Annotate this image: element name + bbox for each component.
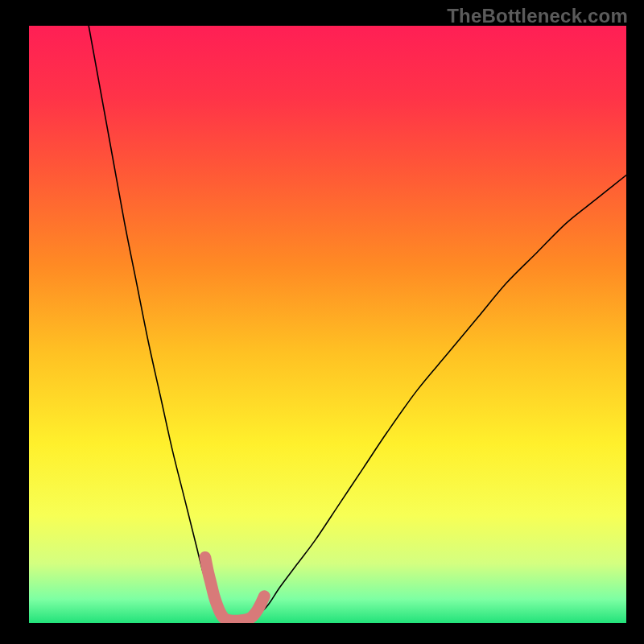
- chart-frame: TheBottleneck.com: [0, 0, 644, 644]
- watermark: TheBottleneck.com: [447, 5, 628, 27]
- gradient-background: [29, 26, 626, 623]
- bottleneck-chart: [29, 26, 626, 623]
